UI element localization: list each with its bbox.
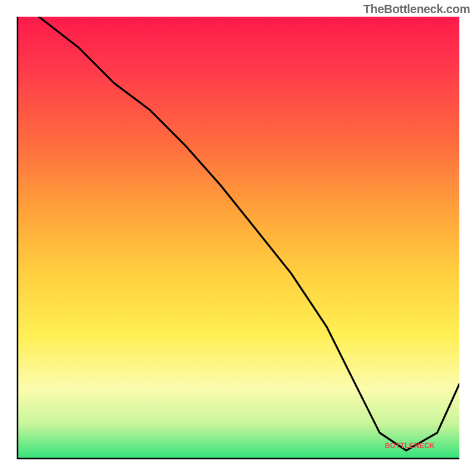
attribution-text: TheBottleneck.com — [364, 2, 470, 16]
chart-background — [17, 17, 459, 459]
series-label: BOTTLENECK — [385, 441, 435, 450]
bottleneck-chart: BOTTLENECK — [17, 17, 459, 459]
